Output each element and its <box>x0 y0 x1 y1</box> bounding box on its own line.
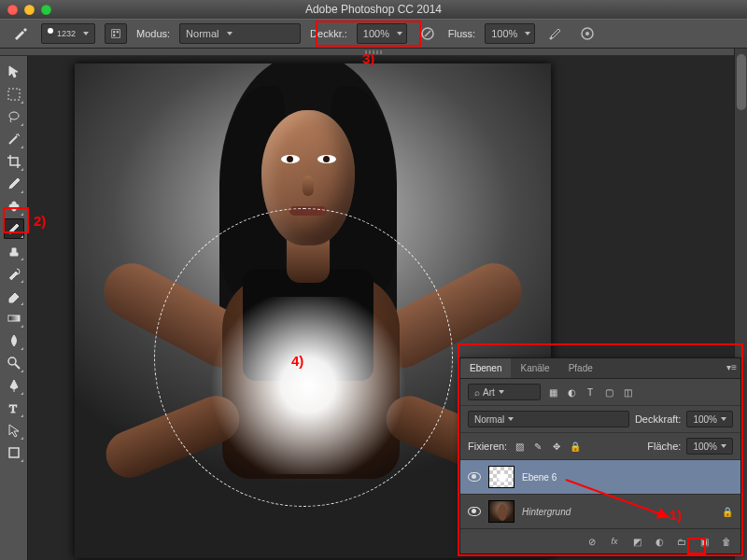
layers-panel-footer: ⊘ fx ◩ ◐ 🗀 ▣ 🗑 <box>460 529 740 553</box>
window-controls[interactable] <box>7 5 51 15</box>
panel-menu-icon[interactable]: ▾≡ <box>726 362 737 372</box>
flow-input[interactable]: 100% <box>485 23 535 44</box>
layer-style-icon[interactable]: fx <box>608 535 621 548</box>
tab-channels[interactable]: Kanäle <box>511 358 558 378</box>
opacity-input[interactable]: 100% <box>357 23 407 44</box>
filter-smart-icon[interactable]: ◫ <box>621 385 634 399</box>
brush-preset-picker[interactable]: 1232 <box>41 23 95 44</box>
shape-tool[interactable] <box>4 442 24 463</box>
opacity-value: 100% <box>363 28 389 39</box>
layer-row-background[interactable]: Hintergrund 🔒 <box>460 495 740 529</box>
layer-filter-kind[interactable]: ⌕ Art <box>468 384 541 400</box>
blend-mode-value: Normal <box>186 28 218 39</box>
svg-point-13 <box>8 357 16 365</box>
scrollbar-thumb[interactable] <box>737 54 746 110</box>
toolbox: T <box>0 56 28 560</box>
blend-mode-label: Modus: <box>136 28 170 39</box>
panel-grip[interactable] <box>0 49 747 56</box>
history-brush-tool[interactable] <box>4 263 24 284</box>
visibility-toggle-icon[interactable] <box>468 507 481 516</box>
filter-pixel-icon[interactable]: ▦ <box>546 385 559 399</box>
layer-name[interactable]: Hintergrund <box>522 507 571 517</box>
layer-filter-kind-value: Art <box>483 387 495 398</box>
options-bar: 1232 Modus: Normal Deckkr.: 100% Fluss: … <box>0 19 747 49</box>
lasso-tool[interactable] <box>4 106 24 127</box>
layer-row-selected[interactable]: Ebene 6 <box>460 460 740 495</box>
new-layer-icon[interactable]: ▣ <box>698 535 711 548</box>
brush-panel-toggle[interactable] <box>105 23 127 44</box>
tool-preset-icon[interactable] <box>9 22 32 45</box>
type-tool[interactable]: T <box>4 398 24 418</box>
pressure-size-icon[interactable] <box>576 22 599 45</box>
dodge-tool[interactable] <box>4 353 24 373</box>
clone-stamp-tool[interactable] <box>4 241 24 261</box>
opacity-label: Deckkr.: <box>310 28 347 39</box>
layer-thumbnail[interactable] <box>488 466 514 488</box>
filter-shape-icon[interactable]: ▢ <box>602 385 615 399</box>
visibility-toggle-icon[interactable] <box>468 472 481 482</box>
svg-rect-8 <box>8 89 20 100</box>
eraser-tool[interactable] <box>4 286 24 306</box>
layers-panel-tabs: Ebenen Kanäle Pfade ▾≡ <box>460 358 740 379</box>
svg-rect-1 <box>113 31 115 33</box>
flow-value: 100% <box>491 28 517 39</box>
lock-label: Fixieren: <box>468 441 507 452</box>
group-icon[interactable]: 🗀 <box>675 535 688 548</box>
layer-fill-value: 100% <box>693 441 717 452</box>
svg-rect-11 <box>12 202 16 211</box>
layer-opacity-input[interactable]: 100% <box>686 411 733 427</box>
healing-brush-tool[interactable] <box>4 196 24 217</box>
lock-transparency-icon[interactable]: ▨ <box>513 440 526 453</box>
layer-opacity-value: 100% <box>693 414 717 425</box>
lock-pixels-icon[interactable]: ✎ <box>531 440 544 453</box>
svg-rect-15 <box>9 448 19 457</box>
svg-text:T: T <box>9 401 17 415</box>
crop-tool[interactable] <box>4 151 24 172</box>
marquee-tool[interactable] <box>4 84 24 105</box>
layer-blend-mode-value: Normal <box>474 414 504 425</box>
zoom-window-button[interactable] <box>41 5 51 15</box>
app-title: Adobe Photoshop CC 2014 <box>305 3 442 16</box>
filter-type-icon[interactable]: T <box>584 385 597 399</box>
minimize-window-button[interactable] <box>24 5 35 15</box>
filter-adjust-icon[interactable]: ◐ <box>565 385 578 399</box>
window-titlebar: Adobe Photoshop CC 2014 <box>0 0 747 19</box>
layer-blend-mode[interactable]: Normal <box>468 411 629 427</box>
pen-tool[interactable] <box>4 375 24 396</box>
layer-filter-icons[interactable]: ▦ ◐ T ▢ ◫ <box>546 385 634 399</box>
adjustment-layer-icon[interactable]: ◐ <box>653 535 666 548</box>
layer-thumbnail[interactable] <box>488 500 514 523</box>
background-lock-icon[interactable]: 🔒 <box>722 507 733 517</box>
magic-wand-tool[interactable] <box>4 129 24 149</box>
layer-opacity-label: Deckkraft: <box>635 413 682 425</box>
move-tool[interactable] <box>4 62 24 82</box>
fill-label: Fläche: <box>647 441 681 452</box>
svg-rect-2 <box>117 31 119 33</box>
layer-name[interactable]: Ebene 6 <box>522 472 557 483</box>
blur-tool[interactable] <box>4 330 24 351</box>
eyedropper-tool[interactable] <box>4 174 24 194</box>
svg-rect-3 <box>113 35 115 36</box>
lock-all-icon[interactable]: 🔒 <box>569 440 582 453</box>
lock-icons[interactable]: ▨ ✎ ✥ 🔒 <box>513 440 582 453</box>
tab-layers[interactable]: Ebenen <box>460 358 511 378</box>
gradient-tool[interactable] <box>4 308 24 329</box>
close-window-button[interactable] <box>7 5 18 15</box>
layer-mask-icon[interactable]: ◩ <box>630 535 643 548</box>
pressure-opacity-icon[interactable] <box>416 22 439 45</box>
svg-rect-0 <box>112 30 120 38</box>
layer-fill-input[interactable]: 100% <box>686 438 733 455</box>
flow-label: Fluss: <box>448 28 475 39</box>
delete-layer-icon[interactable]: 🗑 <box>720 535 733 548</box>
brush-tool[interactable] <box>4 218 24 239</box>
link-layers-icon[interactable]: ⊘ <box>585 535 599 548</box>
tab-paths[interactable]: Pfade <box>559 358 602 378</box>
path-selection-tool[interactable] <box>4 420 24 441</box>
lock-position-icon[interactable]: ✥ <box>550 440 563 453</box>
airbrush-icon[interactable] <box>544 22 567 45</box>
svg-rect-12 <box>8 315 20 321</box>
svg-point-5 <box>550 37 553 40</box>
blend-mode-select[interactable]: Normal <box>179 23 301 44</box>
brush-size-value: 1232 <box>57 29 76 38</box>
svg-point-7 <box>585 32 589 35</box>
